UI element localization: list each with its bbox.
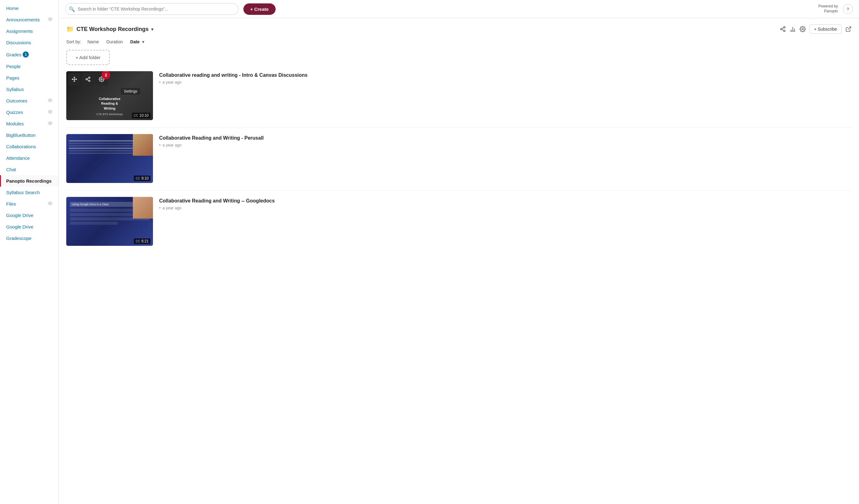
sidebar-item-label: Quizzes xyxy=(6,110,23,115)
video-move-button[interactable] xyxy=(68,73,80,86)
search-wrap: 🔍 xyxy=(65,3,238,15)
sidebar-item-panopto[interactable]: Panopto Recordings xyxy=(0,175,59,187)
person-thumbnail xyxy=(133,197,153,218)
video-thumbnail-video-3[interactable]: Using Google Docs in a Class CC 6:21 xyxy=(66,197,153,246)
sidebar-item-syllabus[interactable]: Syllabus xyxy=(0,83,59,95)
sidebar-item-people[interactable]: People xyxy=(0,61,59,72)
add-folder-button[interactable]: + Add folder xyxy=(66,50,110,65)
sidebar-item-google-drive-2[interactable]: Google Drive xyxy=(0,221,59,232)
sidebar-item-label: Panopto Recordings xyxy=(6,178,52,184)
sidebar-item-collaborations[interactable]: Collaborations xyxy=(0,141,59,152)
svg-line-9 xyxy=(782,28,784,29)
topbar: 🔍 + Create Powered by Panopto ? xyxy=(59,0,859,18)
sidebar: HomeAnnouncementsAssignmentsDiscussionsG… xyxy=(0,0,59,504)
item-divider xyxy=(66,190,852,191)
sidebar-item-label: Files xyxy=(6,201,16,207)
video-duration: CC 6:21 xyxy=(134,239,150,244)
svg-line-15 xyxy=(848,27,850,30)
sort-date-wrap: Date ▾ xyxy=(129,39,144,45)
share-button[interactable] xyxy=(780,26,786,32)
video-list: CollaborativeReading &Writing CTE BTS Wo… xyxy=(66,71,852,246)
sidebar-item-label: Syllabus xyxy=(6,87,24,92)
content-area: 📁 CTE Workshop Recordings ▾ xyxy=(59,18,859,504)
sidebar-item-grades[interactable]: Grades1 xyxy=(0,48,59,61)
sidebar-item-outcomes[interactable]: Outcomes xyxy=(0,95,59,107)
visibility-icon xyxy=(48,98,52,103)
search-input[interactable] xyxy=(65,3,238,15)
svg-point-20 xyxy=(89,80,90,82)
video-date: a year ago xyxy=(159,143,852,147)
sidebar-item-label: Modules xyxy=(6,121,24,126)
sidebar-item-label: Google Drive xyxy=(6,224,33,229)
sidebar-item-label: Google Drive xyxy=(6,213,33,218)
sort-duration-button[interactable]: Duration xyxy=(105,39,124,45)
sidebar-item-attendance[interactable]: Attendance xyxy=(0,152,59,164)
folder-header: 📁 CTE Workshop Recordings ▾ xyxy=(66,25,852,34)
folder-icon: 📁 xyxy=(66,25,74,33)
sidebar-item-files[interactable]: Files xyxy=(0,198,59,210)
sidebar-item-label: Attendance xyxy=(6,155,30,161)
sidebar-item-bigbluebutton[interactable]: BigBlueButton xyxy=(0,129,59,141)
video-share-button[interactable] xyxy=(82,73,94,86)
sidebar-item-home[interactable]: Home xyxy=(0,2,59,14)
sort-date-button[interactable]: Date xyxy=(129,39,141,45)
sort-name-button[interactable]: Name xyxy=(86,39,100,45)
main-content: 🔍 + Create Powered by Panopto ? 📁 CTE Wo… xyxy=(59,0,859,504)
video-date: a year ago xyxy=(159,205,852,210)
folder-actions: + Subscribe xyxy=(780,25,852,34)
sidebar-item-syllabus-search[interactable]: Syllabus Search xyxy=(0,187,59,198)
create-button[interactable]: + Create xyxy=(243,3,276,15)
sort-label: Sort by: xyxy=(66,39,81,44)
sidebar-item-discussions[interactable]: Discussions xyxy=(0,37,59,48)
subscribe-button[interactable]: + Subscribe xyxy=(810,25,842,34)
svg-point-4 xyxy=(49,203,51,204)
sidebar-item-chat[interactable]: Chat xyxy=(0,164,59,175)
folder-dropdown-button[interactable]: ▾ xyxy=(151,26,154,32)
thumb-title: CollaborativeReading &Writing xyxy=(66,96,153,111)
sidebar-item-announcements[interactable]: Announcements xyxy=(0,14,59,25)
help-button[interactable]: ? xyxy=(843,4,853,14)
video-duration: CC 9:10 xyxy=(134,175,150,181)
video-title[interactable]: Collaborative Reading and Writing - Peru… xyxy=(159,135,852,141)
sidebar-item-label: Pages xyxy=(6,75,19,80)
external-link-button[interactable] xyxy=(845,26,852,32)
sidebar-item-pages[interactable]: Pages xyxy=(0,72,59,83)
video-thumbnail-video-1[interactable]: CollaborativeReading &Writing CTE BTS Wo… xyxy=(66,71,153,120)
svg-point-5 xyxy=(783,27,785,28)
video-info: Collaborative reading and writing - Intr… xyxy=(159,71,852,85)
svg-point-19 xyxy=(86,79,87,80)
sidebar-item-label: Syllabus Search xyxy=(6,190,40,195)
sidebar-item-google-drive-1[interactable]: Google Drive xyxy=(0,210,59,221)
cc-icon: CC xyxy=(136,177,140,180)
sidebar-item-label: Collaborations xyxy=(6,144,36,149)
sidebar-item-modules[interactable]: Modules xyxy=(0,118,59,129)
folder-settings-button[interactable] xyxy=(800,26,806,32)
svg-point-7 xyxy=(783,30,785,32)
sidebar-item-label: Outcomes xyxy=(6,98,27,103)
duration-text: 9:10 xyxy=(141,176,149,181)
video-item: Using Google Docs in a Class CC 6:21 xyxy=(66,197,852,246)
sidebar-item-label: Assignments xyxy=(6,29,33,34)
video-thumbnail-video-2[interactable]: CC 9:10 xyxy=(66,134,153,183)
sidebar-item-gradescope[interactable]: Gradescope xyxy=(0,232,59,244)
svg-point-18 xyxy=(89,77,90,79)
video-overlay-actions: Settings 2 xyxy=(68,73,108,86)
video-info: Collaborative Reading and Writing -- Goo… xyxy=(159,197,852,210)
sidebar-item-label: Gradescope xyxy=(6,235,32,241)
svg-point-3 xyxy=(49,123,51,124)
person-thumbnail xyxy=(133,134,153,156)
cc-icon: CC xyxy=(134,114,138,117)
sidebar-item-label: Home xyxy=(6,5,19,11)
video-title[interactable]: Collaborative reading and writing - Intr… xyxy=(159,73,852,78)
sidebar-item-assignments[interactable]: Assignments xyxy=(0,25,59,37)
stats-button[interactable] xyxy=(790,26,796,32)
svg-point-14 xyxy=(802,29,803,30)
video-title[interactable]: Collaborative Reading and Writing -- Goo… xyxy=(159,198,852,204)
sidebar-item-label: BigBlueButton xyxy=(6,133,35,138)
sidebar-item-quizzes[interactable]: Quizzes xyxy=(0,107,59,118)
sidebar-item-label: People xyxy=(6,64,21,69)
video-info: Collaborative Reading and Writing - Peru… xyxy=(159,134,852,147)
video-item: CollaborativeReading &Writing CTE BTS Wo… xyxy=(66,71,852,120)
svg-line-8 xyxy=(782,29,784,30)
svg-point-23 xyxy=(101,79,103,80)
